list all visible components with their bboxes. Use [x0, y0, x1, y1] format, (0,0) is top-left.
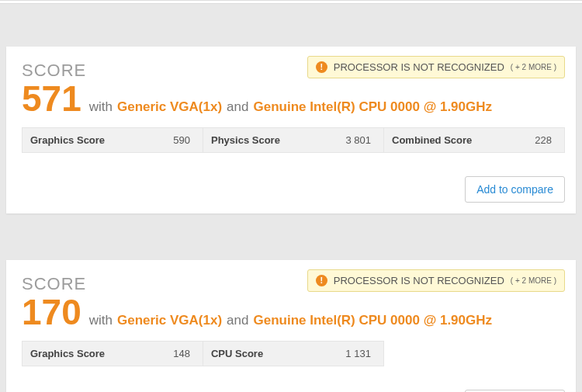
- warning-more: ( + 2 MORE ): [511, 63, 556, 71]
- and-text: and: [227, 99, 248, 115]
- subscore-label: Combined Score: [392, 134, 472, 146]
- and-text: and: [227, 313, 248, 328]
- subscore-value: 148: [173, 348, 190, 359]
- score-value: 170: [22, 294, 81, 330]
- subscore-label: Graphics Score: [30, 348, 105, 359]
- warning-more: ( + 2 MORE ): [511, 276, 556, 285]
- warning-banner[interactable]: ! PROCESSOR IS NOT RECOGNIZED ( + 2 MORE…: [307, 56, 565, 78]
- cpu-link[interactable]: Genuine Intel(R) CPU 0000 @ 1.90GHz: [253, 313, 492, 328]
- result-card: ! PROCESSOR IS NOT RECOGNIZED ( + 2 MORE…: [6, 260, 576, 392]
- cpu-link[interactable]: Genuine Intel(R) CPU 0000 @ 1.90GHz: [253, 99, 492, 115]
- subscore-value: 3 801: [345, 134, 371, 146]
- subscore-cell: Graphics Score 590: [23, 128, 203, 152]
- subscore-value: 1 131: [345, 348, 371, 359]
- warning-text: PROCESSOR IS NOT RECOGNIZED: [334, 275, 504, 286]
- warning-banner[interactable]: ! PROCESSOR IS NOT RECOGNIZED ( + 2 MORE…: [307, 269, 565, 292]
- gpu-link[interactable]: Generic VGA(1x): [117, 99, 222, 115]
- actions: Add to compare: [22, 176, 565, 203]
- subscore-label: CPU Score: [211, 348, 263, 359]
- score-value: 571: [22, 81, 81, 116]
- subscores: Graphics Score 590 Physics Score 3 801 C…: [22, 127, 565, 153]
- subscore-cell: Combined Score 228: [384, 128, 564, 152]
- subscore-label: Graphics Score: [30, 134, 105, 146]
- add-to-compare-button[interactable]: Add to compare: [465, 176, 565, 203]
- subscore-label: Physics Score: [211, 134, 280, 146]
- score-line: 571 with Generic VGA(1x) and Genuine Int…: [22, 81, 565, 116]
- score-line: 170 with Generic VGA(1x) and Genuine Int…: [22, 294, 565, 330]
- subscore-cell: Physics Score 3 801: [203, 128, 384, 152]
- subscore-cell: CPU Score 1 131: [203, 342, 383, 366]
- subscore-value: 590: [173, 134, 190, 146]
- gpu-link[interactable]: Generic VGA(1x): [117, 313, 222, 328]
- gap: [0, 4, 582, 47]
- warning-text: PROCESSOR IS NOT RECOGNIZED: [334, 61, 504, 73]
- gap: [0, 213, 582, 260]
- warning-icon: !: [316, 61, 327, 73]
- subscore-cell: Graphics Score 148: [23, 342, 203, 366]
- subscore-value: 228: [535, 134, 552, 146]
- warning-icon: !: [316, 275, 327, 286]
- result-card: ! PROCESSOR IS NOT RECOGNIZED ( + 2 MORE…: [6, 47, 576, 213]
- with-text: with: [89, 313, 113, 328]
- with-text: with: [89, 99, 113, 115]
- subscores: Graphics Score 148 CPU Score 1 131: [22, 341, 384, 366]
